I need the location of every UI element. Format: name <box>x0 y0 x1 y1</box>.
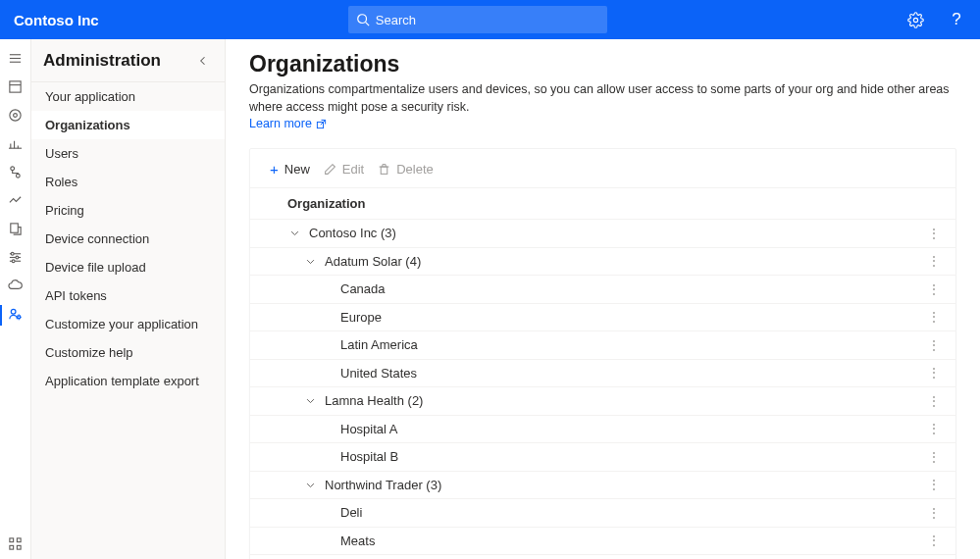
org-row[interactable]: Adatum Solar (4)⋮ <box>250 248 955 277</box>
rail-dashboard[interactable] <box>0 74 31 102</box>
chevron-down-icon[interactable] <box>303 478 317 491</box>
org-row[interactable]: Contoso Inc (3)⋮ <box>250 220 955 248</box>
org-row[interactable]: Deli⋮ <box>250 499 955 528</box>
org-row[interactable]: Latin America⋮ <box>250 331 955 360</box>
org-label: Meats <box>340 534 375 548</box>
external-link-icon <box>316 119 327 129</box>
org-label: Latin America <box>340 337 418 352</box>
main-layout: Administration Your applicationOrganizat… <box>0 39 980 559</box>
rail-permissions[interactable] <box>0 244 31 273</box>
nav-your-application[interactable]: Your application <box>31 82 225 111</box>
app-title: Contoso Inc <box>14 12 99 28</box>
chevron-down-icon[interactable] <box>303 394 317 408</box>
table-header: Organization <box>250 187 955 220</box>
help-button[interactable]: ? <box>945 8 968 31</box>
org-row[interactable]: Northwind Trader (3)⋮ <box>250 472 955 500</box>
learn-more-link[interactable]: Learn more <box>249 117 327 130</box>
chevron-down-icon[interactable] <box>303 254 317 268</box>
org-row[interactable]: Canada⋮ <box>250 276 955 304</box>
more-options-button[interactable]: ⋮ <box>924 533 944 548</box>
more-options-button[interactable]: ⋮ <box>924 226 944 241</box>
new-button[interactable]: + New <box>270 161 310 178</box>
rail-hamburger[interactable] <box>0 45 31 74</box>
sidebar-title: Administration <box>43 51 161 71</box>
devices-icon <box>8 108 23 126</box>
svg-point-8 <box>10 109 21 120</box>
admin-icon <box>8 307 23 325</box>
content: Organizations Organizations compartmenta… <box>226 39 980 559</box>
data-export-icon <box>8 222 23 239</box>
org-row[interactable]: Produce⋮ <box>250 555 955 559</box>
more-vertical-icon: ⋮ <box>927 533 941 548</box>
page-description: Organizations compartmentalize users and… <box>249 82 950 114</box>
organizations-card: + New Edit Delete Organization Contoso I… <box>249 148 956 559</box>
svg-rect-28 <box>17 545 21 549</box>
org-row[interactable]: Meats⋮ <box>250 528 955 556</box>
org-row[interactable]: Europe⋮ <box>250 304 955 332</box>
more-vertical-icon: ⋮ <box>927 281 941 297</box>
svg-point-24 <box>18 315 21 318</box>
more-options-button[interactable]: ⋮ <box>924 253 944 269</box>
more-options-button[interactable]: ⋮ <box>924 421 944 436</box>
rail-jobs[interactable] <box>0 187 31 216</box>
search-input[interactable] <box>376 13 599 27</box>
nav-device-file-upload[interactable]: Device file upload <box>31 253 225 281</box>
page-title: Organizations <box>249 51 956 77</box>
cloud-icon <box>8 279 23 296</box>
collapse-sidebar-button[interactable] <box>193 51 213 71</box>
delete-button[interactable]: Delete <box>378 162 434 177</box>
svg-rect-25 <box>10 537 14 541</box>
nav-users[interactable]: Users <box>31 139 225 168</box>
help-icon: ? <box>952 10 960 29</box>
rail-app-switcher[interactable] <box>0 531 31 559</box>
nav-customize-your-application[interactable]: Customize your application <box>31 310 225 338</box>
edit-button[interactable]: Edit <box>324 162 364 177</box>
more-options-button[interactable]: ⋮ <box>924 505 944 521</box>
org-row[interactable]: United States⋮ <box>250 360 955 388</box>
more-vertical-icon: ⋮ <box>927 365 941 381</box>
settings-button[interactable] <box>903 8 927 31</box>
rail-admin[interactable] <box>0 301 31 330</box>
svg-point-14 <box>11 166 15 170</box>
nav-api-tokens[interactable]: API tokens <box>31 281 225 310</box>
more-options-button[interactable]: ⋮ <box>924 309 944 325</box>
org-row[interactable]: Hospital A⋮ <box>250 416 955 444</box>
search-box[interactable] <box>348 6 607 33</box>
chevron-left-icon <box>197 55 209 67</box>
more-options-button[interactable]: ⋮ <box>924 281 944 297</box>
svg-rect-26 <box>17 537 21 541</box>
svg-rect-31 <box>381 167 387 174</box>
permissions-icon <box>8 250 23 268</box>
column-organization[interactable]: Organization <box>287 196 365 211</box>
sidebar-nav: Your applicationOrganizationsUsersRolesP… <box>31 82 225 395</box>
org-row[interactable]: Lamna Health (2)⋮ <box>250 387 955 416</box>
header-center <box>99 6 903 33</box>
nav-pricing[interactable]: Pricing <box>31 196 225 225</box>
rail-data-export[interactable] <box>0 216 31 244</box>
more-options-button[interactable]: ⋮ <box>924 365 944 381</box>
rail-cloud[interactable] <box>0 273 31 301</box>
edit-button-label: Edit <box>342 162 364 177</box>
org-label: Deli <box>340 505 362 520</box>
dashboard-icon <box>8 79 23 97</box>
more-vertical-icon: ⋮ <box>927 477 941 492</box>
more-vertical-icon: ⋮ <box>927 393 941 409</box>
nav-organizations[interactable]: Organizations <box>31 111 225 139</box>
analytics-icon <box>8 136 23 154</box>
new-button-label: New <box>284 162 310 177</box>
rules-icon <box>8 165 23 182</box>
rail-analytics[interactable] <box>0 130 31 159</box>
rail-rules[interactable] <box>0 159 31 187</box>
nav-application-template-export[interactable]: Application template export <box>31 367 225 395</box>
more-options-button[interactable]: ⋮ <box>924 449 944 465</box>
org-label: Contoso Inc (3) <box>309 226 396 240</box>
rail-devices[interactable] <box>0 102 31 130</box>
more-options-button[interactable]: ⋮ <box>924 477 944 492</box>
nav-roles[interactable]: Roles <box>31 168 225 196</box>
more-options-button[interactable]: ⋮ <box>924 337 944 353</box>
more-options-button[interactable]: ⋮ <box>924 393 944 409</box>
nav-device-connection[interactable]: Device connection <box>31 225 225 253</box>
nav-customize-help[interactable]: Customize help <box>31 338 225 367</box>
chevron-down-icon[interactable] <box>287 227 301 240</box>
org-row[interactable]: Hospital B⋮ <box>250 443 955 472</box>
